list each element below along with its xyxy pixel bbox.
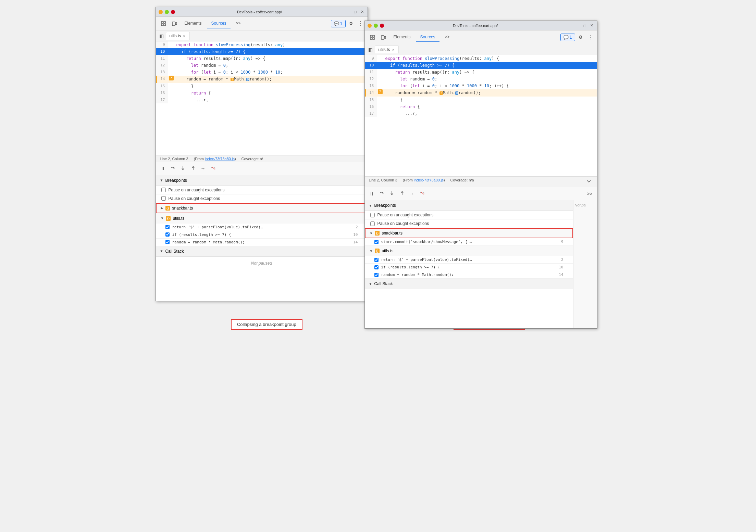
right-pause-caught-label: Pause on caught exceptions <box>377 221 429 226</box>
right-close-button[interactable] <box>380 24 384 28</box>
right-win-restore-btn[interactable]: □ <box>583 23 587 28</box>
right-bp-item-2-checkbox[interactable] <box>374 265 379 269</box>
right-code-line-15: 15 } <box>365 97 597 103</box>
right-collapse-icon[interactable] <box>585 178 593 186</box>
right-bp-group-utils: ▼ {} utils.ts return '$' + parseFloat(va… <box>365 246 573 279</box>
message-badge[interactable]: 💬 1 <box>331 20 346 27</box>
right-breakpoint-warning-icon: ? <box>378 89 383 94</box>
right-pause-resume-button[interactable]: ⏸ <box>368 190 376 198</box>
tab-sources[interactable]: Sources <box>207 19 231 28</box>
win-minimize-btn[interactable]: ─ <box>346 10 351 14</box>
win-restore-btn[interactable]: □ <box>353 10 358 14</box>
right-window-title: DevTools - coffee-cart.app/ <box>384 24 567 28</box>
deactivate-button[interactable] <box>209 164 218 173</box>
pause-caught-checkbox[interactable] <box>161 196 166 201</box>
bp-item-3-line: 14 <box>351 240 358 244</box>
right-step-into-button[interactable] <box>387 189 396 198</box>
left-annotation: Collapsing a breakpoint group <box>231 319 302 330</box>
snackbar-group-chevron: ▶ <box>161 206 163 210</box>
device-toggle-icon[interactable] <box>170 20 179 28</box>
right-pause-uncaught-checkbox[interactable] <box>370 213 375 217</box>
right-bp-item-3-checkbox[interactable] <box>374 273 379 277</box>
right-minimize-button[interactable] <box>368 24 372 28</box>
bp-item-1-checkbox[interactable] <box>165 225 170 229</box>
right-file-tab-close[interactable]: × <box>392 48 395 52</box>
coverage-info: Coverage: n/ <box>241 157 263 161</box>
right-bp-snackbar-item-1-checkbox[interactable] <box>374 240 379 244</box>
utils-ts-icon: {} <box>166 216 171 221</box>
right-settings-icon[interactable]: ⚙ <box>577 33 585 41</box>
right-step-over-button[interactable] <box>377 189 386 198</box>
breakpoints-chevron: ▼ <box>160 178 163 182</box>
maximize-button[interactable] <box>165 10 169 14</box>
right-code-line-10: 10 if (results.length >= 7) { <box>365 62 597 69</box>
step-over-button[interactable] <box>168 164 177 173</box>
right-utils-group-chevron: ▼ <box>370 249 373 253</box>
right-win-minimize-btn[interactable]: ─ <box>576 23 581 28</box>
right-callstack-section-header[interactable]: ▼ Call Stack <box>365 279 573 289</box>
right-bp-item-1-checkbox[interactable] <box>374 258 379 262</box>
bp-item-3-checkbox[interactable] <box>165 240 170 244</box>
bp-group-utils: ▼ {} utils.ts return '$' + parseFloat(va… <box>156 213 368 246</box>
left-window-controls <box>159 10 175 14</box>
right-code-area[interactable]: 9 export function slowProcessing(results… <box>365 55 597 137</box>
callstack-section-header[interactable]: ▼ Call Stack <box>156 246 368 257</box>
tab-more[interactable]: >> <box>232 19 245 28</box>
inspect-icon[interactable] <box>159 20 168 28</box>
right-snackbar-ts-icon: {} <box>375 231 380 236</box>
file-tab-utils[interactable]: utils.ts × <box>166 32 190 40</box>
pause-uncaught-checkbox[interactable] <box>161 188 166 192</box>
not-paused-text: Not paused <box>156 257 368 270</box>
right-breakpoints-label: Breakpoints <box>374 203 396 208</box>
right-bp-group-snackbar-header[interactable]: ▼ {} snackbar.ts <box>365 228 573 238</box>
right-bottom-panel: ▼ Breakpoints Pause on uncaught exceptio… <box>365 200 597 328</box>
bp-group-utils-header[interactable]: ▼ {} utils.ts <box>156 213 368 224</box>
right-tab-elements[interactable]: Elements <box>389 33 415 42</box>
right-device-toggle-icon[interactable] <box>379 33 388 41</box>
right-inspect-icon[interactable] <box>368 33 377 41</box>
right-snackbar-group-chevron: ▼ <box>370 231 373 235</box>
pause-resume-button[interactable]: ⏸ <box>159 165 167 172</box>
right-step-out-button[interactable] <box>398 189 407 198</box>
step-out-button[interactable] <box>189 164 198 173</box>
right-file-tab-utils[interactable]: utils.ts × <box>375 46 399 53</box>
more-options-icon[interactable]: ⋮ <box>357 20 365 27</box>
snackbar-ts-icon: {} <box>165 206 170 211</box>
bp-item-3-text: random = random * Math.random(); <box>172 240 348 244</box>
sidebar-toggle-button[interactable]: ◧ <box>157 32 166 40</box>
right-more-debug-btn[interactable]: >> <box>585 190 594 198</box>
utils-group-chevron: ▼ <box>161 216 164 220</box>
right-tab-sources[interactable]: Sources <box>416 33 439 42</box>
step-button[interactable]: → <box>199 165 207 172</box>
right-sidebar-toggle-button[interactable]: ◧ <box>366 46 375 54</box>
right-devtools-window: DevTools - coffee-cart.app/ ─ □ ✕ <box>364 21 597 329</box>
right-tab-more[interactable]: >> <box>441 33 454 42</box>
right-maximize-button[interactable] <box>374 24 378 28</box>
right-bp-group-utils-header[interactable]: ▼ {} utils.ts <box>365 246 573 256</box>
bp-item-2-checkbox[interactable] <box>165 232 170 237</box>
right-step-button[interactable]: → <box>408 190 416 198</box>
win-close-btn[interactable]: ✕ <box>360 10 365 14</box>
right-more-options-icon[interactable]: ⋮ <box>586 34 594 40</box>
bp-group-snackbar-header[interactable]: ▶ {} snackbar.ts <box>156 203 368 213</box>
right-bp-item-2: if (results.length >= 7) { 10 <box>365 264 573 271</box>
bp-item-2-line: 10 <box>351 232 358 237</box>
close-button[interactable] <box>171 10 175 14</box>
minimize-button[interactable] <box>159 10 163 14</box>
right-source-file-link[interactable]: index-73f73a80.js <box>414 178 444 182</box>
right-bp-snackbar-item-1-text: store.commit('snackbar/showMessage', { … <box>381 240 554 244</box>
right-breakpoints-section-header[interactable]: ▼ Breakpoints <box>365 200 573 211</box>
breakpoints-section-header[interactable]: ▼ Breakpoints <box>156 175 368 186</box>
left-code-area[interactable]: 9 export function slowProcessing(results… <box>156 41 368 124</box>
right-message-badge[interactable]: 💬 1 <box>560 34 575 41</box>
code-line-12: 12 let random = 0; <box>156 62 368 69</box>
right-snackbar-filename: snackbar.ts <box>382 231 402 236</box>
right-deactivate-button[interactable] <box>418 189 427 198</box>
tab-elements[interactable]: Elements <box>181 19 206 28</box>
right-win-close-btn[interactable]: ✕ <box>589 23 594 28</box>
step-into-button[interactable] <box>178 164 187 173</box>
file-tab-close[interactable]: × <box>183 34 186 38</box>
right-pause-caught-checkbox[interactable] <box>370 221 375 226</box>
source-file-link[interactable]: index-73f73a80.js <box>205 157 235 161</box>
settings-icon[interactable]: ⚙ <box>347 20 355 27</box>
